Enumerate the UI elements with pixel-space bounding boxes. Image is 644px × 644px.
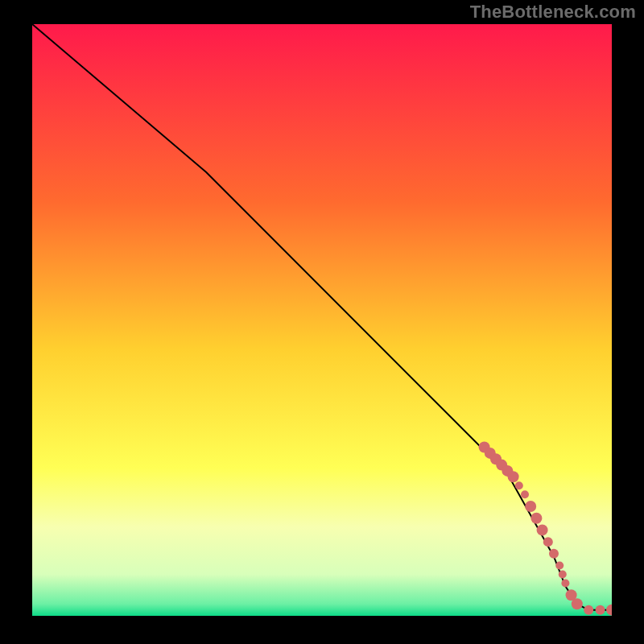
data-marker [508,471,519,482]
data-marker [559,571,567,579]
data-marker [515,481,523,489]
data-marker [543,537,553,547]
data-marker [521,490,529,498]
chart-frame: TheBottleneck.com [0,0,644,644]
data-marker [596,605,605,615]
data-marker [530,513,542,524]
data-marker [549,549,559,559]
data-marker [584,605,593,615]
data-marker [561,580,569,588]
data-marker [572,598,583,609]
data-marker [555,562,564,570]
chart-plot [32,24,612,616]
chart-svg [32,24,612,616]
data-marker [525,501,536,512]
data-marker [537,524,548,535]
attribution-label: TheBottleneck.com [470,2,636,23]
gradient-background [32,24,612,616]
